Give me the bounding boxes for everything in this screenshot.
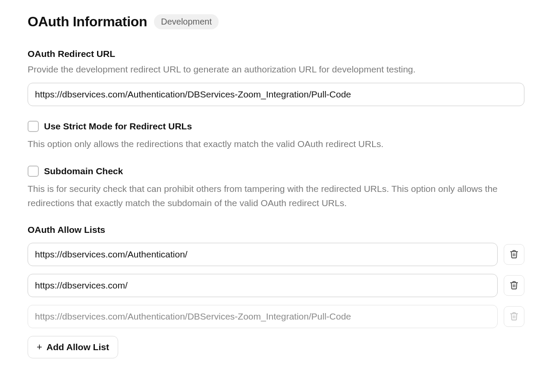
plus-icon: + — [37, 342, 42, 352]
subdomain-check-checkbox[interactable] — [28, 166, 39, 177]
add-allow-list-button[interactable]: + Add Allow List — [28, 336, 118, 358]
redirect-url-label: OAuth Redirect URL — [28, 49, 524, 59]
delete-allow-list-button[interactable] — [504, 306, 524, 327]
redirect-url-description: Provide the development redirect URL to … — [28, 63, 524, 77]
add-allow-list-label: Add Allow List — [47, 342, 109, 352]
allow-lists-label: OAuth Allow Lists — [28, 225, 524, 235]
strict-mode-description: This option only allows the redirections… — [28, 137, 524, 151]
strict-mode-row: Use Strict Mode for Redirect URLs — [28, 121, 524, 132]
trash-icon — [509, 311, 519, 322]
allow-list-row — [28, 274, 524, 297]
redirect-url-group: OAuth Redirect URL Provide the developme… — [28, 49, 524, 106]
allow-list-input[interactable] — [28, 243, 498, 266]
strict-mode-group: Use Strict Mode for Redirect URLs This o… — [28, 121, 524, 151]
environment-badge: Development — [154, 14, 219, 29]
oauth-information-panel: OAuth Information Development OAuth Redi… — [0, 0, 552, 379]
delete-allow-list-button[interactable] — [504, 244, 524, 265]
subdomain-check-group: Subdomain Check This is for security che… — [28, 166, 524, 210]
subdomain-check-description: This is for security check that can proh… — [28, 182, 524, 210]
strict-mode-checkbox[interactable] — [28, 121, 39, 132]
strict-mode-label: Use Strict Mode for Redirect URLs — [44, 121, 192, 132]
delete-allow-list-button[interactable] — [504, 275, 524, 296]
trash-icon — [509, 280, 519, 291]
section-header: OAuth Information Development — [28, 14, 524, 30]
section-title: OAuth Information — [28, 14, 147, 30]
redirect-url-input[interactable] — [28, 83, 524, 106]
allow-list-row — [28, 243, 524, 266]
allow-list-input[interactable] — [28, 274, 498, 297]
subdomain-check-label: Subdomain Check — [44, 166, 123, 176]
allow-list-input[interactable] — [28, 305, 498, 328]
allow-list-row — [28, 305, 524, 328]
subdomain-check-row: Subdomain Check — [28, 166, 524, 177]
trash-icon — [509, 249, 519, 260]
allow-lists-section: OAuth Allow Lists — [28, 225, 524, 358]
